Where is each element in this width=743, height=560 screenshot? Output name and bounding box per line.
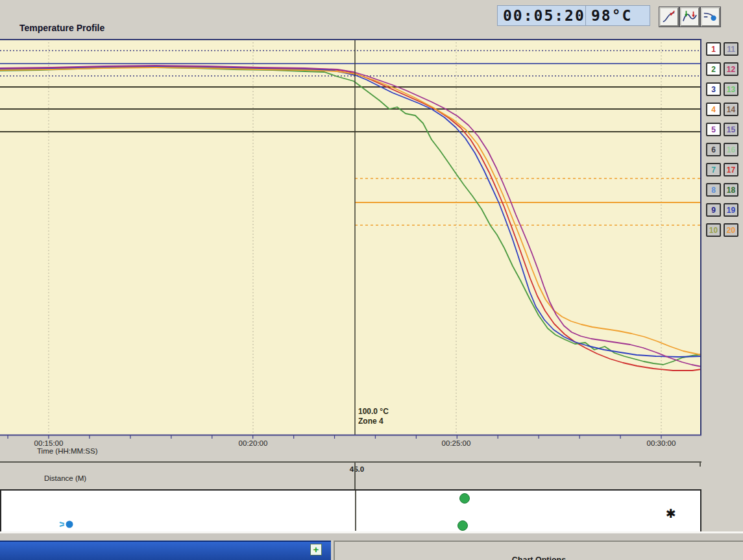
- thermocouple-marker-icon: [58, 519, 77, 530]
- window-title-bar[interactable]: [0, 541, 331, 560]
- channel-button-12[interactable]: 12: [724, 62, 738, 76]
- plus-icon: +: [313, 544, 319, 555]
- distance-axis-line: [0, 461, 701, 463]
- green-marker-dot: [459, 493, 470, 504]
- zone-cursor-line[interactable]: [354, 39, 356, 435]
- x-tick-label: 00:20:00: [230, 439, 276, 447]
- channel-button-10[interactable]: 10: [706, 223, 721, 237]
- distance-end-tick: [700, 463, 701, 467]
- channel-button-14[interactable]: 14: [724, 103, 738, 116]
- channel-button-5[interactable]: 5: [706, 123, 721, 136]
- channel-button-6[interactable]: 6: [706, 143, 721, 156]
- app-window: { "header": { "elapsed_time": "00:05:20"…: [0, 0, 743, 560]
- channel-button-2[interactable]: 2: [706, 62, 721, 76]
- page-title: Temperature Profile: [19, 23, 104, 33]
- plot-background: [0, 39, 701, 435]
- channel-button-3[interactable]: 3: [706, 82, 721, 96]
- cursor-zone-name: Zone 4: [358, 417, 389, 426]
- channel-legend: 1112123134145156167178189191020: [706, 42, 738, 237]
- add-button[interactable]: +: [310, 544, 322, 555]
- x-tick-label: 00:30:00: [639, 439, 684, 447]
- chart-options-title: Chart Options: [335, 555, 743, 560]
- cursor-label: 100.0 °C Zone 4: [358, 407, 389, 426]
- marker-strip: ✱: [0, 489, 701, 535]
- channel-button-18[interactable]: 18: [724, 183, 738, 197]
- channel-button-13[interactable]: 13: [724, 82, 738, 96]
- channel-button-15[interactable]: 15: [724, 123, 738, 136]
- channel-button-7[interactable]: 7: [706, 163, 721, 177]
- distance-tick-label: 45.0: [344, 465, 370, 473]
- temperature-chart[interactable]: 100.0 °C Zone 4: [0, 39, 701, 439]
- pan-to-end-button[interactable]: [701, 7, 720, 27]
- channel-button-1[interactable]: 1: [706, 42, 721, 56]
- asterisk-marker-icon: ✱: [666, 506, 676, 521]
- temperature-display: 98°C: [585, 5, 650, 26]
- zone-cursor-strip-segment: [355, 491, 356, 531]
- peak-markers-button[interactable]: [680, 7, 700, 27]
- time-axis-label: Time (HH:MM:SS): [37, 447, 97, 455]
- channel-button-9[interactable]: 9: [706, 203, 721, 217]
- cursor-setpoint-value: 100.0 °C: [358, 407, 389, 417]
- channel-button-8[interactable]: 8: [706, 183, 721, 197]
- zone-cursor-extension: [354, 463, 356, 489]
- channel-button-4[interactable]: 4: [706, 103, 721, 116]
- chart-options-panel: Chart Options: [334, 541, 743, 560]
- divider-band: [0, 533, 743, 541]
- distance-axis-label: Distance (M): [44, 474, 86, 482]
- x-tick-label: 00:15:00: [26, 439, 71, 447]
- channel-button-17[interactable]: 17: [724, 163, 738, 177]
- channel-button-11[interactable]: 11: [724, 42, 738, 56]
- channel-button-19[interactable]: 19: [724, 203, 738, 217]
- channel-button-20[interactable]: 20: [724, 223, 738, 237]
- pan-right-icon: [703, 9, 718, 25]
- channel-button-16[interactable]: 16: [724, 143, 738, 156]
- green-marker-dot: [457, 520, 468, 531]
- peak-curve-icon: [682, 9, 698, 25]
- rising-curve-marker-button[interactable]: [659, 7, 679, 27]
- elapsed-time-display: 00:05:20: [497, 5, 589, 26]
- rising-curve-icon: [661, 9, 677, 25]
- x-tick-label: 00:25:00: [433, 439, 479, 447]
- temperature-chart-svg: [0, 39, 701, 439]
